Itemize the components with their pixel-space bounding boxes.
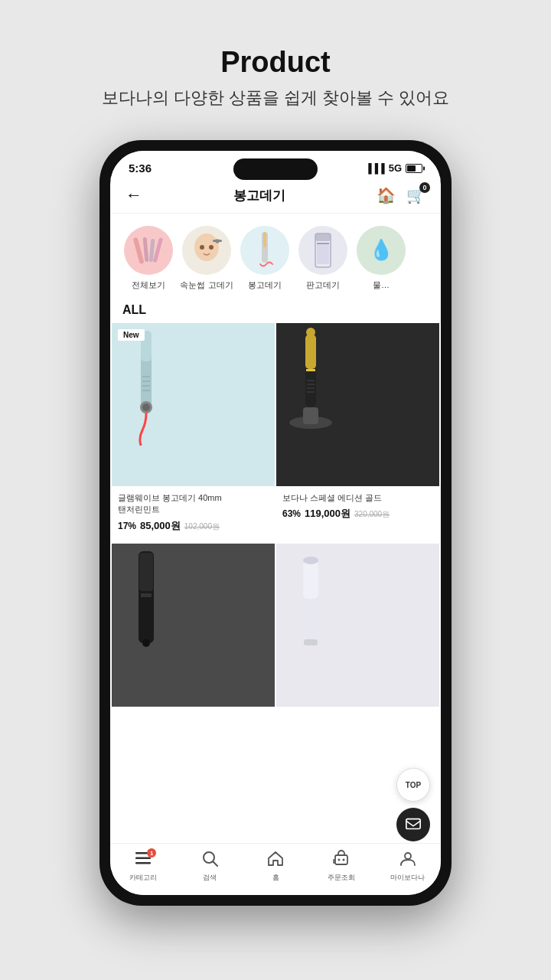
- category-circle-water: 💧: [357, 226, 406, 275]
- product-price-p1: 17% 85,000원 102,000원: [118, 519, 269, 533]
- home-tab-icon: [267, 850, 284, 871]
- category-circle-curling: [240, 226, 289, 275]
- tab-item-home[interactable]: 홈: [243, 850, 308, 883]
- svg-point-6: [194, 234, 219, 261]
- category-tab-icon: 1: [135, 850, 152, 871]
- nav-title: 봉고데기: [233, 187, 285, 204]
- svg-rect-50: [135, 862, 151, 864]
- mypage-tab-icon: [399, 850, 416, 871]
- original-price-p1: 102,000원: [184, 521, 220, 532]
- svg-rect-13: [263, 232, 266, 247]
- category-tab-label: 카테고리: [129, 873, 157, 883]
- svg-rect-53: [335, 855, 347, 864]
- category-circle-all: [124, 226, 173, 275]
- svg-rect-17: [317, 243, 329, 264]
- home-nav-icon[interactable]: 🏠: [377, 186, 396, 204]
- tab-item-orders[interactable]: 주문조회: [308, 850, 374, 883]
- status-time: 5:36: [129, 162, 152, 175]
- screen-content[interactable]: 전체보기: [110, 214, 441, 843]
- search-tab-icon: [201, 850, 218, 871]
- product-name-p2: 보다나 스페셜 에디션 골드: [282, 492, 433, 504]
- float-buttons: TOP: [396, 768, 430, 841]
- home-tab-label: 홈: [272, 873, 279, 883]
- battery-fill: [407, 165, 416, 172]
- message-button[interactable]: [396, 808, 430, 841]
- svg-rect-18: [317, 243, 329, 244]
- phone-screen: 5:36 ▐▐▐ 5G ← 봉고데기 🏠 🛒 0: [110, 151, 441, 895]
- category-item-water[interactable]: 💧 물…: [352, 226, 410, 291]
- page-title: Product: [102, 46, 450, 79]
- svg-point-34: [306, 328, 315, 337]
- svg-rect-33: [306, 369, 315, 371]
- product-image-p4: [276, 544, 439, 707]
- tab-item-category[interactable]: 1 카테고리: [110, 850, 176, 883]
- sale-price-p1: 85,000원: [140, 519, 181, 533]
- category-item-eyebrow[interactable]: 속눈썹 고데기: [178, 226, 236, 291]
- category-label-water: 물…: [373, 279, 390, 291]
- original-price-p2: 320,000원: [354, 509, 390, 520]
- status-icons: ▐▐▐ 5G: [365, 162, 422, 174]
- svg-rect-32: [305, 335, 316, 369]
- category-row: 전체보기: [110, 214, 441, 297]
- product-image-p2: [276, 323, 439, 486]
- search-tab-label: 검색: [203, 873, 217, 883]
- svg-rect-0: [124, 226, 173, 275]
- svg-rect-15: [315, 234, 331, 241]
- product-card-p1[interactable]: New: [112, 323, 275, 542]
- category-label-all: 전체보기: [132, 279, 165, 291]
- dynamic-island: [233, 158, 318, 180]
- back-button[interactable]: ←: [126, 185, 142, 205]
- section-all-label: ALL: [110, 297, 441, 323]
- orders-tab-icon: [333, 850, 350, 871]
- svg-rect-49: [135, 858, 151, 860]
- category-item-all[interactable]: 전체보기: [119, 226, 178, 291]
- svg-rect-47: [406, 819, 420, 829]
- phone-frame: 5:36 ▐▐▐ 5G ← 봉고데기 🏠 🛒 0: [99, 140, 452, 906]
- product-image-p3: [112, 544, 275, 707]
- category-item-flat[interactable]: 판고데기: [294, 226, 352, 291]
- svg-point-54: [338, 859, 341, 861]
- svg-point-24: [142, 403, 150, 411]
- svg-point-55: [343, 859, 345, 861]
- cart-badge: 0: [419, 182, 430, 193]
- category-label-flat: 판고데기: [306, 279, 340, 291]
- svg-rect-41: [141, 593, 152, 597]
- svg-line-52: [213, 862, 217, 867]
- svg-rect-40: [139, 553, 153, 591]
- product-name-p1: 글램웨이브 봉고데기 40mm탠저린민트: [118, 492, 269, 516]
- top-button[interactable]: TOP: [396, 768, 430, 802]
- page-header: Product 보다나의 다양한 상품을 쉽게 찾아볼 수 있어요: [102, 46, 450, 109]
- mypage-tab-label: 마이보다나: [390, 873, 425, 883]
- category-circle-flat: [298, 226, 347, 275]
- category-label-eyebrow: 속눈썹 고데기: [180, 279, 233, 291]
- svg-text:💧: 💧: [369, 237, 394, 262]
- svg-point-8: [209, 245, 214, 250]
- product-image-p1: New: [112, 323, 275, 486]
- product-info-p4: [276, 707, 439, 725]
- product-price-p2: 63% 119,000원 320,000원: [282, 507, 433, 521]
- cart-nav-icon[interactable]: 🛒 0: [406, 186, 425, 204]
- svg-point-42: [142, 639, 150, 647]
- product-card-p3[interactable]: [112, 544, 275, 725]
- svg-rect-46: [304, 639, 318, 645]
- orders-tab-label: 주문조회: [328, 873, 355, 883]
- network-label: 5G: [389, 162, 402, 174]
- product-info-p2: 보다나 스페셜 에디션 골드 63% 119,000원 320,000원: [276, 486, 439, 530]
- sale-price-p2: 119,000원: [305, 507, 350, 521]
- category-label-curling: 봉고데기: [248, 279, 282, 291]
- battery-icon: [406, 164, 422, 173]
- product-info-p3: [112, 707, 275, 725]
- product-card-p4[interactable]: [276, 544, 439, 725]
- category-item-curling[interactable]: 봉고데기: [236, 226, 294, 291]
- top-label: TOP: [406, 781, 421, 789]
- discount-p2: 63%: [282, 508, 301, 519]
- product-card-p2[interactable]: 보다나 스페셜 에디션 골드 63% 119,000원 320,000원: [276, 323, 439, 542]
- svg-point-7: [200, 245, 204, 250]
- tab-item-search[interactable]: 검색: [176, 850, 242, 883]
- nav-icons: 🏠 🛒 0: [377, 186, 425, 204]
- tab-item-mypage[interactable]: 마이보다나: [375, 850, 441, 883]
- product-info-p1: 글램웨이브 봉고데기 40mm탠저린민트 17% 85,000원 102,000…: [112, 486, 275, 542]
- product-grid: New: [110, 323, 441, 725]
- svg-rect-30: [303, 407, 318, 424]
- discount-p1: 17%: [118, 521, 136, 531]
